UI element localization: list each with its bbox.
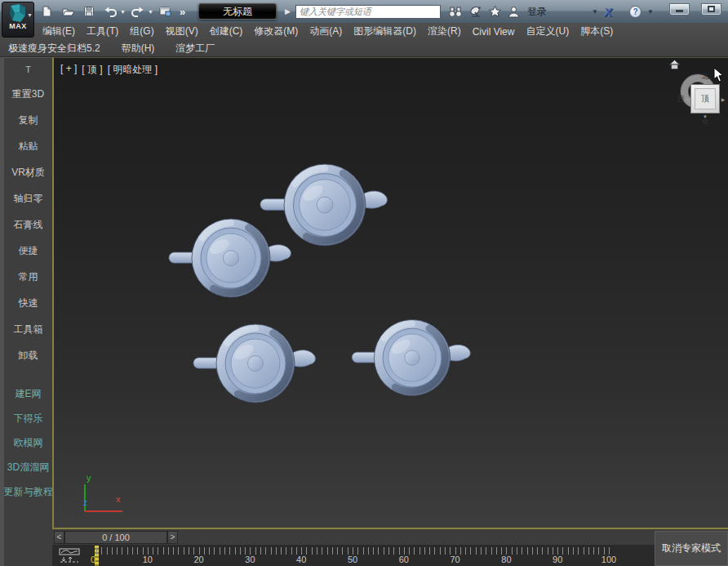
viewcube-arrow-up-icon[interactable]: ▲ <box>703 79 708 84</box>
ruler-tick <box>117 547 118 555</box>
ruler-tick <box>137 547 138 555</box>
new-scene-button[interactable] <box>38 3 55 20</box>
ruler-tick <box>588 547 589 555</box>
menu-item[interactable]: 脚本(S) <box>580 25 613 38</box>
help-button[interactable]: ? <box>629 6 641 18</box>
cancel-expert-mode-button[interactable]: 取消专家模式 <box>655 531 728 566</box>
viewcube-top-face-label: 顶 <box>695 88 716 109</box>
menu-item[interactable]: 图形编辑器(D) <box>353 25 416 38</box>
sidebar-item[interactable]: 便捷 <box>4 238 52 264</box>
sidebar-item[interactable]: 常用 <box>4 264 52 290</box>
menu-item[interactable]: 组(G) <box>130 25 153 38</box>
communication-center-button[interactable] <box>468 6 482 18</box>
exchange-apps-icon[interactable]: X <box>604 5 612 19</box>
viewcube: 北 西 南 顶 ▲ ▼ ◀ ▶ <box>656 58 728 152</box>
ruler-tick <box>265 547 266 555</box>
previous-frame-button[interactable]: < <box>54 531 64 544</box>
sign-in-button[interactable] <box>508 6 520 18</box>
sidebar-item[interactable]: 更新与教程 <box>4 479 52 504</box>
maximize-button[interactable] <box>701 3 721 16</box>
menu-item[interactable]: 极速瘦身安全归档5.2 <box>8 42 100 56</box>
open-file-button[interactable] <box>59 3 77 20</box>
sign-in-dropdown-caret[interactable]: ▼ <box>592 8 598 16</box>
sidebar-item[interactable]: 轴归零 <box>4 185 52 212</box>
viewcube-arrow-right-icon[interactable]: ▶ <box>721 96 726 102</box>
ruler-tick <box>199 547 200 555</box>
ruler-tick <box>286 547 286 555</box>
viewport-top[interactable]: [ + ] [ 顶 ] [ 明暗处理 ] 北 西 南 顶 ▲ ▼ ◀ ▶ <box>52 57 728 529</box>
ruler-tick <box>271 547 272 555</box>
menu-item[interactable]: 编辑(E) <box>42 25 75 38</box>
save-file-icon <box>82 5 95 18</box>
sidebar-item[interactable]: 建E网 <box>4 381 52 406</box>
menu-item[interactable]: 渲梦工厂 <box>175 42 215 56</box>
menu-item[interactable]: 动画(A) <box>309 25 342 38</box>
menu-item[interactable]: 渲染(R) <box>428 25 461 38</box>
track-bar-ruler[interactable]: 0 102030405060708090100 <box>52 546 655 566</box>
ruler-tick <box>245 547 246 555</box>
search-input[interactable] <box>295 5 441 19</box>
undo-dropdown-caret[interactable]: ▼ <box>120 9 126 15</box>
sidebar-item[interactable]: 快速 <box>4 290 52 316</box>
menu-item[interactable]: 帮助(H) <box>122 42 155 56</box>
ruler-tick <box>593 547 594 555</box>
redo-dropdown-caret[interactable]: ▼ <box>148 9 153 15</box>
save-file-button[interactable] <box>80 3 98 20</box>
viewport-menu-pov[interactable]: [ 顶 ] <box>82 63 102 77</box>
time-slider[interactable]: 0 / 100 <box>64 531 167 544</box>
viewport-menu-general[interactable]: [ + ] <box>60 63 77 77</box>
search-button[interactable] <box>448 6 463 18</box>
mini-curve-editor-button[interactable] <box>59 548 80 563</box>
ruler-tick <box>470 547 471 555</box>
viewcube-home-icon[interactable] <box>669 60 680 69</box>
application-menu-button[interactable]: MAX ▼ <box>2 2 34 38</box>
ruler-tick <box>501 547 502 555</box>
sidebar-item[interactable]: 工具箱 <box>4 316 52 342</box>
sidebar-item[interactable]: T <box>4 58 52 81</box>
viewport-menu-shading[interactable]: [ 明暗处理 ] <box>108 63 158 77</box>
teapot-object[interactable] <box>166 211 296 309</box>
ruler-tick <box>348 547 348 555</box>
sidebar-item[interactable]: 下得乐 <box>4 406 52 430</box>
menu-item[interactable]: 修改器(M) <box>254 25 298 38</box>
viewcube-west[interactable]: 西 <box>677 94 685 105</box>
teapot-object[interactable] <box>348 312 475 407</box>
ruler-tick <box>465 547 466 555</box>
menu-item[interactable]: 工具(T) <box>87 25 118 38</box>
viewcube-arrow-down-icon[interactable]: ▼ <box>703 114 708 119</box>
redo-button[interactable] <box>129 3 147 20</box>
sidebar-item[interactable]: 粘贴 <box>4 133 52 159</box>
ruler-tick-label: 20 <box>193 555 203 564</box>
toolbar-overflow-button[interactable]: » <box>180 6 185 18</box>
sidebar-item[interactable]: 重置3D <box>4 81 52 107</box>
next-frame-button[interactable]: > <box>167 531 178 544</box>
teapot-object[interactable] <box>190 316 321 414</box>
viewcube-top-face[interactable]: 顶 <box>690 84 720 114</box>
manage-workspaces-button[interactable] <box>157 3 175 20</box>
ruler-tick <box>342 547 343 555</box>
ruler-tick <box>158 547 158 555</box>
menu-item[interactable]: Civil View <box>473 26 515 38</box>
ruler-tick-label: 10 <box>143 555 153 564</box>
menu-item[interactable]: 创建(C) <box>210 25 243 38</box>
sign-in-label[interactable]: 登录 <box>527 5 547 19</box>
favorites-button[interactable] <box>488 5 502 18</box>
viewcube-arrow-left-icon[interactable]: ◀ <box>686 96 690 102</box>
ruler-tick <box>322 547 322 555</box>
world-axis-gizmo: x y z <box>70 475 131 524</box>
minimize-button[interactable] <box>669 3 690 16</box>
help-dropdown-caret[interactable]: ▼ <box>647 8 654 16</box>
sidebar-item[interactable]: 欧模网 <box>4 430 52 455</box>
sidebar-item[interactable]: VR材质 <box>4 159 52 185</box>
undo-button[interactable] <box>101 3 119 20</box>
menu-item[interactable]: 自定义(U) <box>526 25 569 38</box>
sidebar-item[interactable]: 3D溜溜网 <box>4 455 52 479</box>
ruler-tick <box>153 547 153 555</box>
search-flyout-arrow-icon[interactable]: ▶ <box>285 7 291 16</box>
axis-tripod-icon <box>70 475 131 524</box>
sidebar-item[interactable]: 复制 <box>4 107 52 133</box>
ruler-tick-label: 60 <box>399 555 409 564</box>
sidebar-item[interactable]: 卸载 <box>4 342 52 368</box>
sidebar-item[interactable]: 石膏线 <box>4 212 52 238</box>
menu-item[interactable]: 视图(V) <box>166 25 198 38</box>
